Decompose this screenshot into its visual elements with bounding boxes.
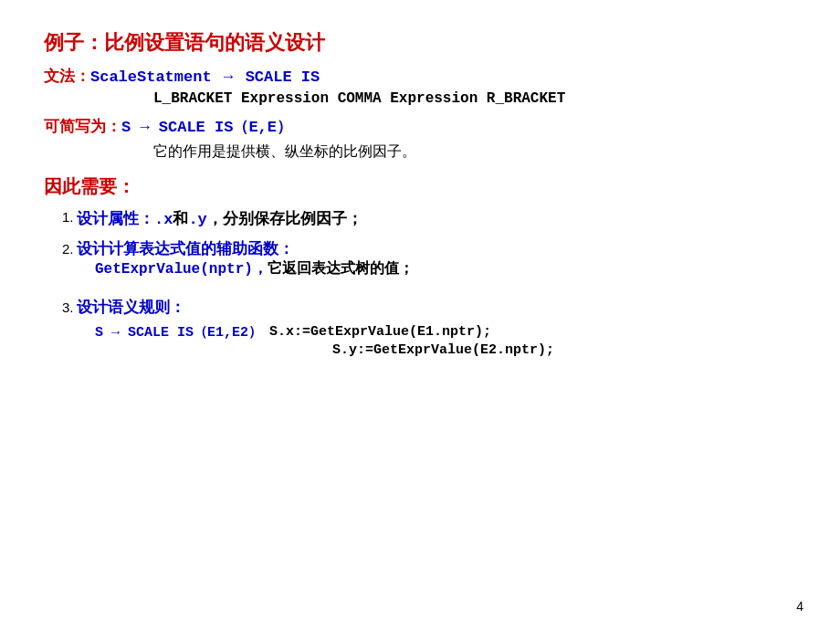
list-content-2: 设计计算表达式值的辅助函数： — [77, 238, 294, 259]
item2-desc: 它返回表达式树的值； — [268, 260, 414, 276]
list-number-2: 2. — [44, 240, 77, 257]
list-item-3: 3. 设计语义规则： S → SCALE IS（E1,E2） S.x:=GetE… — [44, 297, 796, 360]
grammar-lhs: ScaleStatment — [90, 68, 212, 86]
description: 它的作用是提供横、纵坐标的比例因子。 — [153, 142, 796, 162]
grammar-rhs2: L_BRACKET Expression COMMA Expression R_… — [153, 90, 796, 107]
item2-code: GetExprValue(nptr)， — [95, 261, 268, 278]
rule-block: S → SCALE IS（E1,E2） S.x:=GetExprValue(E1… — [95, 323, 554, 360]
numbered-list: 1. 设计属性：.x和.y，分别保存比例因子； 2. 设计计算表达式值的辅助函数… — [44, 208, 796, 360]
rule-line-2: S.y:=GetExprValue(E2.nptr); — [332, 342, 554, 358]
grammar-label: 文法： — [44, 66, 90, 87]
page-number: 4 — [796, 599, 803, 614]
slide: 例子：比例设置语句的语义设计 文法： ScaleStatment → SCALE… — [0, 0, 840, 630]
rule-line-1: S → SCALE IS（E1,E2） S.x:=GetExprValue(E1… — [95, 323, 554, 341]
list-number-3: 3. — [44, 299, 77, 315]
grammar-rhs1: SCALE IS — [246, 68, 320, 86]
list-number-1: 1. — [44, 208, 77, 225]
list-content-1: 设计属性：.x和.y，分别保存比例因子； — [77, 208, 796, 229]
item1-x: .x — [154, 211, 173, 228]
list-item-2: 2. 设计计算表达式值的辅助函数： GetExprValue(nptr)，它返回… — [44, 238, 796, 288]
item2-cn: 设计计算表达式值的辅助函数： — [77, 240, 294, 257]
rule-action-2: S.y:=GetExprValue(E2.nptr); — [332, 342, 554, 358]
simplified-label: 可简写为： — [44, 116, 121, 137]
item3-cn: 设计语义规则： — [77, 299, 185, 316]
item1-y: .y — [188, 211, 206, 228]
item1-and: 和 — [173, 210, 188, 227]
section-title: 因此需要： — [44, 174, 796, 199]
item2-subline: GetExprValue(nptr)，它返回表达式树的值； — [95, 259, 414, 278]
grammar-arrow: → — [221, 68, 236, 86]
list-content-3: 设计语义规则： — [77, 297, 185, 318]
simplified-rule: S → SCALE IS（E,E） — [121, 116, 292, 137]
item1-cn1: 设计属性： — [77, 210, 154, 227]
rule-action-1: S.x:=GetExprValue(E1.nptr); — [269, 324, 491, 340]
item1-rest: ，分别保存比例因子； — [207, 210, 362, 227]
slide-title: 例子：比例设置语句的语义设计 — [44, 29, 796, 57]
list-item-1: 1. 设计属性：.x和.y，分别保存比例因子； — [44, 208, 796, 229]
rule-lhs: S → SCALE IS（E1,E2） — [95, 323, 262, 341]
